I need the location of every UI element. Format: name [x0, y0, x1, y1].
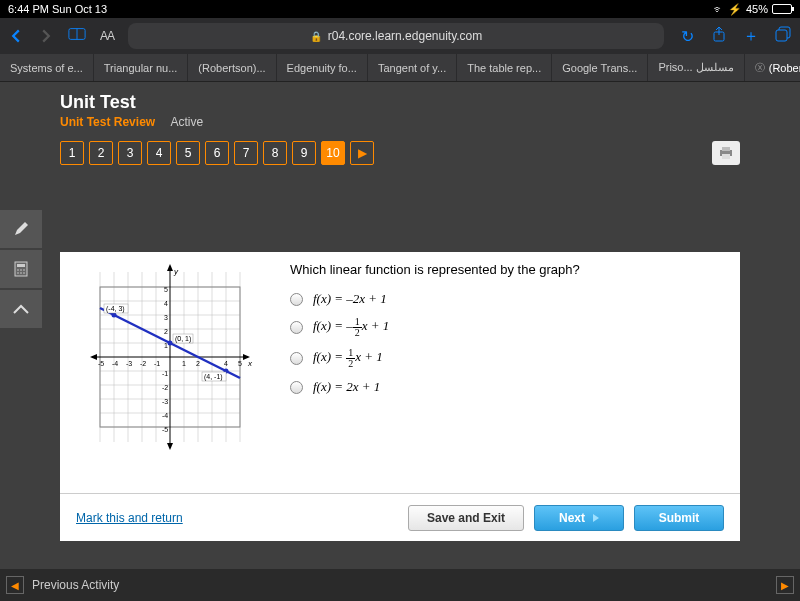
- svg-text:5: 5: [164, 286, 168, 293]
- text-size-button[interactable]: AA: [100, 29, 114, 43]
- tab-0[interactable]: Systems of e...: [0, 54, 94, 81]
- bottom-bar: ◀ Previous Activity ▶: [0, 569, 800, 601]
- status-time: 6:44 PM Sun Oct 13: [8, 3, 107, 15]
- new-tab-button[interactable]: ＋: [742, 26, 760, 47]
- review-label: Unit Test Review: [60, 115, 155, 129]
- svg-text:-2: -2: [140, 360, 146, 367]
- qnum-3[interactable]: 3: [118, 141, 142, 165]
- svg-rect-6: [17, 264, 25, 267]
- svg-text:4: 4: [224, 360, 228, 367]
- svg-text:-3: -3: [162, 398, 168, 405]
- tab-7[interactable]: Priso... مسلسل: [648, 54, 744, 81]
- svg-text:(4, -1): (4, -1): [204, 373, 223, 381]
- svg-marker-41: [90, 354, 97, 360]
- svg-text:y: y: [173, 267, 179, 276]
- tab-3[interactable]: Edgenuity fo...: [277, 54, 368, 81]
- qnum-1[interactable]: 1: [60, 141, 84, 165]
- svg-text:5: 5: [238, 360, 242, 367]
- tab-4[interactable]: Tangent of y...: [368, 54, 457, 81]
- status-bar: 6:44 PM Sun Oct 13 ᯤ ⚡ 45%: [0, 0, 800, 18]
- svg-point-11: [20, 272, 22, 274]
- svg-point-10: [17, 272, 19, 274]
- url-text: r04.core.learn.edgenuity.com: [328, 29, 483, 43]
- charge-icon: ⚡: [728, 3, 742, 16]
- option-d[interactable]: f(x) = 2x + 1: [290, 379, 720, 395]
- mark-and-return-link[interactable]: Mark this and return: [76, 511, 183, 525]
- svg-text:-5: -5: [162, 426, 168, 433]
- status-right: ᯤ ⚡ 45%: [713, 3, 792, 16]
- tabs-button[interactable]: [774, 26, 792, 46]
- collapse-tool[interactable]: [0, 290, 42, 328]
- page-header: Unit Test Unit Test Review Active: [0, 82, 800, 135]
- pencil-tool[interactable]: [0, 210, 42, 248]
- qnum-7[interactable]: 7: [234, 141, 258, 165]
- prev-arrow-icon[interactable]: ◀: [6, 576, 24, 594]
- qnum-10[interactable]: 10: [321, 141, 345, 165]
- svg-text:-3: -3: [126, 360, 132, 367]
- tab-strip: Systems of e... Triangular nu... (Robert…: [0, 54, 800, 82]
- tab-6[interactable]: Google Trans...: [552, 54, 648, 81]
- next-button[interactable]: Next: [534, 505, 624, 531]
- calculator-tool[interactable]: [0, 250, 42, 288]
- svg-rect-15: [722, 154, 730, 159]
- option-c[interactable]: f(x) = 12x + 1: [290, 348, 720, 369]
- svg-text:-2: -2: [162, 384, 168, 391]
- option-c-label: f(x) = 12x + 1: [313, 348, 383, 369]
- reload-button[interactable]: ↻: [678, 27, 696, 46]
- url-bar[interactable]: 🔒 r04.core.learn.edgenuity.com: [128, 23, 664, 49]
- lock-icon: 🔒: [310, 31, 322, 42]
- svg-text:3: 3: [164, 314, 168, 321]
- radio-b[interactable]: [290, 321, 303, 334]
- page-title: Unit Test: [60, 92, 800, 113]
- svg-marker-39: [167, 264, 173, 271]
- option-d-label: f(x) = 2x + 1: [313, 379, 380, 395]
- card-footer: Mark this and return Save and Exit Next …: [60, 493, 740, 541]
- qnum-9[interactable]: 9: [292, 141, 316, 165]
- next-arrow-icon[interactable]: ▶: [776, 576, 794, 594]
- tab-5[interactable]: The table rep...: [457, 54, 552, 81]
- bookmarks-icon[interactable]: [68, 27, 86, 45]
- qnum-next[interactable]: ▶: [350, 141, 374, 165]
- svg-text:-1: -1: [154, 360, 160, 367]
- question-area: y x -5-4-3 -2-1 12 45 543 21 -1-2-3 -4-5: [60, 252, 740, 493]
- question-text: Which linear function is represented by …: [290, 262, 720, 277]
- svg-text:-1: -1: [162, 370, 168, 377]
- svg-point-65: [112, 313, 117, 318]
- prev-activity-label: Previous Activity: [32, 578, 119, 592]
- active-label: Active: [170, 115, 203, 129]
- svg-text:-4: -4: [162, 412, 168, 419]
- tab-1[interactable]: Triangular nu...: [94, 54, 189, 81]
- qnum-6[interactable]: 6: [205, 141, 229, 165]
- print-button[interactable]: [712, 141, 740, 165]
- radio-c[interactable]: [290, 352, 303, 365]
- submit-button[interactable]: Submit: [634, 505, 724, 531]
- svg-text:(-4, 3): (-4, 3): [106, 305, 125, 313]
- save-exit-button[interactable]: Save and Exit: [408, 505, 524, 531]
- qnum-4[interactable]: 4: [147, 141, 171, 165]
- tab-2[interactable]: (Robertson)...: [188, 54, 276, 81]
- forward-button[interactable]: [38, 28, 54, 44]
- qnum-2[interactable]: 2: [89, 141, 113, 165]
- svg-rect-4: [776, 30, 787, 41]
- svg-text:4: 4: [164, 300, 168, 307]
- close-tab-icon[interactable]: ⓧ: [755, 61, 765, 75]
- option-a[interactable]: f(x) = –2x + 1: [290, 291, 720, 307]
- svg-text:2: 2: [164, 328, 168, 335]
- svg-point-9: [23, 269, 25, 271]
- previous-activity[interactable]: ◀ Previous Activity: [6, 576, 119, 594]
- radio-d[interactable]: [290, 381, 303, 394]
- svg-point-66: [168, 341, 173, 346]
- tab-8[interactable]: ⓧ (Robertso...: [745, 54, 800, 81]
- option-b-label: f(x) = –12x + 1: [313, 317, 389, 338]
- radio-a[interactable]: [290, 293, 303, 306]
- svg-rect-14: [722, 147, 730, 151]
- option-a-label: f(x) = –2x + 1: [313, 291, 387, 307]
- qnum-8[interactable]: 8: [263, 141, 287, 165]
- svg-text:-5: -5: [98, 360, 104, 367]
- svg-point-12: [23, 272, 25, 274]
- share-button[interactable]: [710, 26, 728, 46]
- qnum-5[interactable]: 5: [176, 141, 200, 165]
- back-button[interactable]: [8, 28, 24, 44]
- option-b[interactable]: f(x) = –12x + 1: [290, 317, 720, 338]
- svg-text:1: 1: [182, 360, 186, 367]
